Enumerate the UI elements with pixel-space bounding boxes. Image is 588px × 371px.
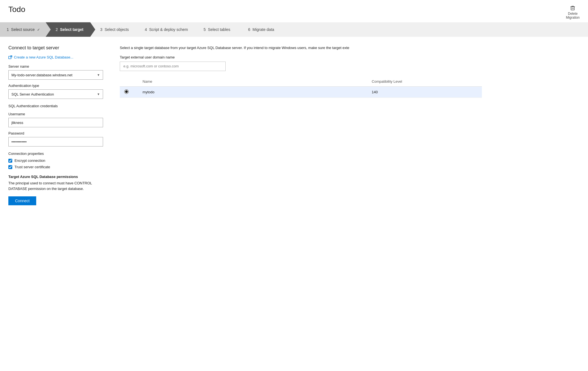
step-3-label: Select objects: [104, 27, 129, 32]
password-label: Password: [8, 131, 103, 135]
domain-label: Target external user domain name: [120, 55, 580, 59]
trust-cert-label: Trust server certificate: [14, 165, 50, 169]
connect-section-title: Connect to target server: [8, 45, 103, 51]
auth-type-value: SQL Server Authentication: [11, 92, 54, 96]
step-1[interactable]: 1 Select source ✓: [0, 22, 46, 37]
step-3-number: 3: [100, 27, 103, 32]
col-header-compat: Compatibility Level: [367, 77, 482, 87]
left-panel: Connect to target server Create a new Az…: [8, 45, 103, 205]
step-6[interactable]: 6 Migrate data: [238, 22, 283, 37]
create-db-label: Create a new Azure SQL Database...: [14, 55, 73, 59]
server-name-arrow: ▼: [97, 73, 100, 77]
server-name-dropdown[interactable]: My-todo-server.database.windows.net ▼: [8, 70, 103, 80]
auth-type-dropdown[interactable]: SQL Server Authentication ▼: [8, 89, 103, 99]
table-header-row: Name Compatibility Level: [120, 77, 482, 87]
step-1-number: 1: [7, 27, 9, 32]
app-title: Todo: [8, 5, 25, 14]
db-radio-mytodo[interactable]: [124, 89, 129, 94]
wizard-steps: 1 Select source ✓ 2 Select target 3 Sele…: [0, 22, 588, 37]
step-4[interactable]: 4 Script & deploy schem: [135, 22, 194, 37]
step-3[interactable]: 3 Select objects: [90, 22, 135, 37]
domain-input[interactable]: [120, 62, 226, 71]
step-1-label: Select source: [11, 27, 35, 32]
top-bar: Todo Delete Migration: [0, 0, 588, 22]
credentials-label: SQL Authentication credentials: [8, 104, 103, 108]
delete-migration-label: Delete Migration: [566, 12, 580, 19]
step-4-label: Script & deploy schem: [149, 27, 188, 32]
encrypt-connection-row: Encrypt connection: [8, 158, 103, 163]
delete-migration-button[interactable]: Delete Migration: [566, 5, 580, 19]
username-input[interactable]: [8, 118, 103, 127]
permissions-text: The principal used to connect must have …: [8, 180, 103, 191]
col-header-radio: [120, 77, 138, 87]
step-2-number: 2: [56, 27, 58, 32]
svg-rect-0: [571, 7, 574, 10]
step-5[interactable]: 5 Select tables: [194, 22, 238, 37]
external-link-icon: [8, 55, 12, 59]
connection-props-label: Connection properties: [8, 152, 103, 156]
create-db-link[interactable]: Create a new Azure SQL Database...: [8, 55, 103, 59]
trust-cert-checkbox[interactable]: [8, 165, 12, 169]
db-name-cell: mytodo: [138, 86, 367, 97]
server-name-value: My-todo-server.database.windows.net: [11, 73, 72, 77]
right-panel: Select a single target database from you…: [120, 45, 580, 205]
connect-button[interactable]: Connect: [8, 196, 36, 205]
table-row[interactable]: mytodo 140: [120, 86, 482, 97]
db-compat-cell: 140: [367, 86, 482, 97]
radio-cell[interactable]: [120, 86, 138, 97]
trash-icon: [570, 5, 575, 11]
step-6-label: Migrate data: [253, 27, 274, 32]
step-6-number: 6: [248, 27, 250, 32]
step-5-number: 5: [204, 27, 206, 32]
trust-cert-row: Trust server certificate: [8, 165, 103, 169]
password-input[interactable]: [8, 137, 103, 147]
encrypt-connection-label: Encrypt connection: [14, 158, 45, 163]
encrypt-connection-checkbox[interactable]: [8, 159, 12, 163]
permissions-title: Target Azure SQL Database permissions: [8, 175, 103, 179]
auth-type-arrow: ▼: [97, 92, 100, 96]
step-2-label: Select target: [60, 27, 83, 32]
database-table: Name Compatibility Level mytodo 140: [120, 77, 482, 98]
username-label: Username: [8, 112, 103, 116]
col-header-name: Name: [138, 77, 367, 87]
step-1-check: ✓: [37, 28, 40, 32]
auth-type-label: Authentication type: [8, 84, 103, 88]
step-5-label: Select tables: [208, 27, 230, 32]
server-name-label: Server name: [8, 64, 103, 69]
main-content: Connect to target server Create a new Az…: [0, 37, 588, 214]
step-4-number: 4: [145, 27, 147, 32]
step-2[interactable]: 2 Select target: [46, 22, 90, 37]
right-description: Select a single target database from you…: [120, 45, 580, 51]
